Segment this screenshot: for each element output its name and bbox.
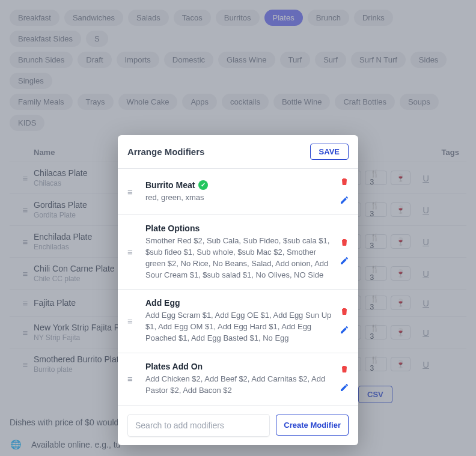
delete-icon[interactable] xyxy=(340,365,349,375)
modifier-options: red, green, xmas xyxy=(145,192,332,204)
check-icon: ✓ xyxy=(198,180,208,190)
edit-icon[interactable] xyxy=(340,383,349,394)
modifier-item: ≡Burrito Meat✓red, green, xmas xyxy=(118,169,358,215)
drag-handle-icon[interactable]: ≡ xyxy=(127,247,137,257)
arrange-modifiers-modal: Arrange Modifiers SAVE ≡Burrito Meat✓red… xyxy=(118,135,358,445)
modifier-item: ≡Plate OptionsSmother Red $2, Sub Cala, … xyxy=(118,215,358,290)
modifier-options: Add Chicken $2, Add Beef $2, Add Carnita… xyxy=(145,374,332,397)
modifier-name: Plate Options xyxy=(145,223,332,233)
modifier-item: ≡Add EggAdd Egg Scram $1, Add Egg OE $1,… xyxy=(118,290,358,353)
drag-handle-icon[interactable]: ≡ xyxy=(127,187,137,197)
create-modifier-button[interactable]: Create Modifier xyxy=(276,415,349,436)
modal-title: Arrange Modifiers xyxy=(127,147,204,157)
modal-header: Arrange Modifiers SAVE xyxy=(118,135,358,169)
modifier-name: Plates Add On xyxy=(145,362,332,371)
drag-handle-icon[interactable]: ≡ xyxy=(127,316,137,326)
drag-handle-icon[interactable]: ≡ xyxy=(127,374,137,384)
modifier-item: ≡Plates Add OnAdd Chicken $2, Add Beef $… xyxy=(118,353,358,406)
modifier-options: Add Egg Scram $1, Add Egg OE $1, Add Egg… xyxy=(145,310,332,344)
modifier-name: Add Egg xyxy=(145,298,332,308)
modal-overlay[interactable]: Arrange Modifiers SAVE ≡Burrito Meat✓red… xyxy=(0,0,476,456)
delete-icon[interactable] xyxy=(340,307,349,317)
search-input[interactable] xyxy=(127,414,270,437)
edit-icon[interactable] xyxy=(340,196,349,206)
edit-icon[interactable] xyxy=(340,257,349,267)
delete-icon[interactable] xyxy=(340,177,349,187)
save-button[interactable]: SAVE xyxy=(310,144,349,160)
modifier-name: Burrito Meat✓ xyxy=(145,180,332,190)
modifier-options: Smother Red $2, Sub Cala, Sub Fideo, $su… xyxy=(145,236,332,281)
delete-icon[interactable] xyxy=(340,238,349,248)
modal-footer: Create Modifier xyxy=(118,406,358,445)
edit-icon[interactable] xyxy=(340,326,349,336)
